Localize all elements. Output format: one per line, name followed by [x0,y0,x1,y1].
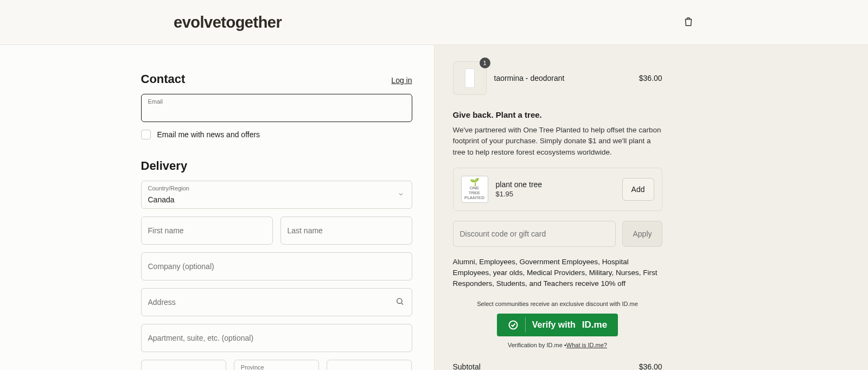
header: evolvetogether [0,0,868,45]
what-is-idme-link[interactable]: What is ID.me? [566,342,607,348]
order-summary-panel: 1 taormina - deodorant $36.00 Give back.… [434,45,869,370]
addon-name: plant one tree [496,180,615,189]
addon-price: $1.95 [496,190,615,198]
idme-note: Select communities receive an exclusive … [453,301,662,307]
city-field[interactable] [141,360,226,370]
login-link[interactable]: Log in [391,76,412,85]
one-tree-planted-icon: 🌱 ONE TREE PLANTED [461,176,488,203]
quantity-badge: 1 [480,58,490,68]
company-field[interactable] [141,252,412,280]
news-checkbox[interactable] [141,130,151,139]
cart-line-item: 1 taormina - deodorant $36.00 [453,61,662,95]
last-name-input[interactable] [288,226,405,235]
apartment-input[interactable] [148,334,405,342]
apply-button[interactable]: Apply [622,221,662,247]
svg-point-0 [397,298,401,303]
contact-heading: Contact [141,72,186,86]
delivery-heading: Delivery [141,159,412,173]
email-label: Email [148,98,163,105]
country-label: Country/Region [148,185,189,192]
news-checkbox-label: Email me with news and offers [157,130,260,139]
checkmark-circle-icon [508,320,519,330]
idme-footer: Verification by ID.me •What is ID.me? [453,342,662,348]
discount-field[interactable] [453,221,616,247]
verify-label: Verify with [532,320,576,330]
address-field[interactable] [141,288,412,316]
company-input[interactable] [148,262,405,271]
checkout-form-panel: Contact Log in Email Email me with news … [0,45,434,370]
last-name-field[interactable] [280,216,412,245]
chevron-down-icon [398,190,404,199]
product-price: $36.00 [639,74,662,82]
verify-idme-button[interactable]: Verify with ID.me [497,314,618,336]
address-input[interactable] [148,298,405,307]
postal-field[interactable] [327,360,412,370]
country-value: Canada [148,195,405,204]
country-select[interactable]: Country/Region Canada [141,181,412,209]
discount-input[interactable] [460,221,609,246]
giveback-text: We've partnered with One Tree Planted to… [453,125,662,158]
province-label: Province [241,364,264,370]
plant-tree-addon: 🌱 ONE TREE PLANTED plant one tree $1.95 … [453,168,662,211]
province-select[interactable]: Province Ontario [234,360,319,370]
cart-icon[interactable] [682,16,694,29]
subtotal-value: $36.00 [639,362,662,371]
idme-brand: ID.me [582,320,607,330]
add-tree-button[interactable]: Add [622,178,654,201]
subtotal-row: Subtotal $36.00 [453,362,662,371]
logo[interactable]: evolvetogether [174,14,282,31]
giveback-title: Give back. Plant a tree. [453,110,662,119]
email-input[interactable] [148,109,405,117]
product-name: taormina - deodorant [494,74,631,82]
subtotal-label: Subtotal [453,362,481,371]
first-name-field[interactable] [141,216,273,245]
email-field[interactable]: Email [141,94,412,122]
first-name-input[interactable] [148,226,266,235]
apartment-field[interactable] [141,324,412,352]
discount-note: Alumni, Employees, Government Employees,… [453,257,662,290]
search-icon [395,297,404,308]
product-thumbnail: 1 [453,61,487,95]
